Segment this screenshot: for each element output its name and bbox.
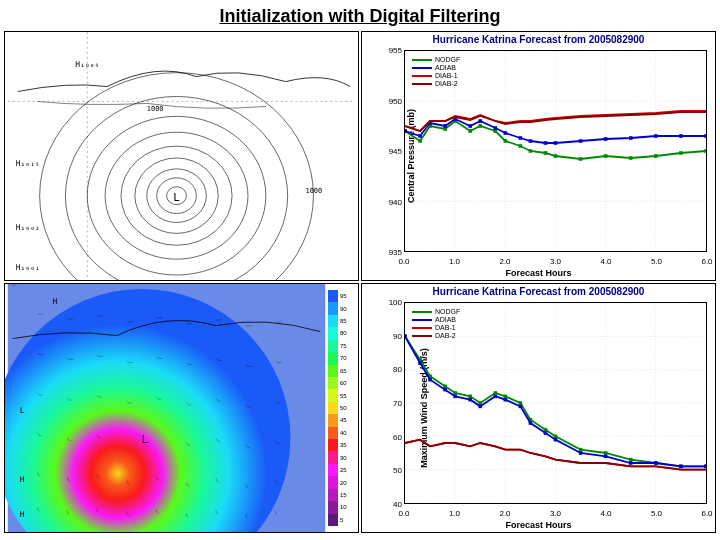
wind-map-panel: L L H H H 959085807570656055504540353025…	[4, 283, 359, 533]
svg-rect-125	[679, 465, 683, 469]
svg-rect-59	[529, 139, 533, 143]
svg-rect-60	[544, 141, 548, 145]
svg-rect-95	[478, 401, 482, 405]
svg-rect-47	[679, 151, 683, 155]
svg-rect-39	[519, 144, 523, 148]
svg-rect-49	[405, 129, 407, 133]
central-pressure-chart: Hurricane Katrina Forecast from 20050829…	[361, 31, 716, 281]
svg-text:H: H	[20, 475, 25, 484]
svg-rect-35	[468, 129, 472, 133]
svg-rect-123	[629, 461, 633, 465]
svg-rect-45	[629, 156, 633, 160]
svg-rect-48	[704, 149, 706, 153]
svg-rect-112	[453, 395, 457, 399]
svg-rect-58	[519, 136, 523, 140]
svg-rect-64	[629, 136, 633, 140]
max-wind-chart: Hurricane Katrina Forecast from 20050829…	[361, 283, 716, 533]
legend-pressure: NODGFADIABDIAB-1DIAB-2	[410, 54, 462, 90]
svg-rect-36	[478, 124, 482, 128]
xlabel-wind: Forecast Hours	[505, 520, 571, 530]
svg-text:1000: 1000	[306, 187, 323, 195]
svg-text:H₁₀₀₁: H₁₀₀₁	[16, 263, 40, 272]
svg-text:H: H	[20, 510, 25, 519]
svg-rect-94	[468, 395, 472, 399]
svg-rect-66	[679, 134, 683, 138]
pressure-contour-panel: L H₁₀₀₁ H₁₀₁₅ H₁₀₀₂ H₁₀₀₅ 1000 1000	[4, 31, 359, 281]
chart-title-wind: Hurricane Katrina Forecast from 20050829…	[362, 286, 715, 297]
svg-rect-100	[544, 428, 548, 432]
svg-rect-98	[519, 401, 523, 405]
svg-rect-103	[604, 451, 608, 455]
svg-rect-120	[554, 438, 558, 442]
svg-text:H: H	[52, 297, 57, 306]
svg-rect-124	[654, 461, 658, 465]
svg-rect-101	[554, 435, 558, 439]
page-title: Initialization with Digital Filtering	[0, 0, 720, 31]
svg-rect-111	[443, 388, 447, 392]
svg-rect-119	[544, 431, 548, 435]
svg-rect-122	[604, 455, 608, 459]
svg-rect-55	[478, 119, 482, 123]
svg-rect-126	[704, 465, 706, 469]
svg-rect-38	[504, 139, 508, 143]
svg-rect-97	[504, 395, 508, 399]
svg-rect-115	[493, 395, 497, 399]
svg-rect-56	[493, 126, 497, 130]
colorbar: 9590858075706560555045403530252015105	[328, 290, 356, 526]
svg-rect-117	[519, 405, 523, 409]
svg-rect-102	[579, 448, 583, 452]
legend-wind: NODGFADIABDAB-1DAB-2	[410, 306, 462, 342]
svg-text:H₁₀₀₅: H₁₀₀₅	[75, 60, 99, 69]
svg-rect-57	[504, 131, 508, 135]
svg-text:H₁₀₀₂: H₁₀₀₂	[16, 223, 40, 232]
svg-point-8	[40, 73, 314, 280]
svg-rect-96	[493, 391, 497, 395]
svg-rect-50	[418, 134, 422, 138]
svg-text:H₁₀₁₅: H₁₀₁₅	[16, 159, 40, 168]
svg-rect-40	[529, 149, 533, 153]
svg-rect-121	[579, 451, 583, 455]
panel-grid: L H₁₀₀₁ H₁₀₁₅ H₁₀₀₂ H₁₀₀₅ 1000 1000 Hurr…	[0, 31, 720, 537]
svg-rect-113	[468, 398, 472, 402]
svg-rect-114	[478, 405, 482, 409]
svg-rect-65	[654, 134, 658, 138]
svg-rect-46	[654, 154, 658, 158]
chart-title-pressure: Hurricane Katrina Forecast from 20050829…	[362, 34, 715, 45]
svg-rect-42	[554, 154, 558, 158]
svg-text:L: L	[142, 434, 148, 445]
svg-text:L: L	[20, 406, 25, 415]
svg-rect-104	[629, 458, 633, 462]
svg-text:L: L	[173, 191, 180, 204]
svg-rect-110	[428, 378, 432, 382]
svg-rect-61	[554, 141, 558, 145]
svg-rect-62	[579, 139, 583, 143]
svg-rect-108	[405, 335, 407, 339]
xlabel-pressure: Forecast Hours	[505, 268, 571, 278]
svg-rect-31	[418, 139, 422, 143]
svg-rect-54	[468, 124, 472, 128]
svg-rect-92	[443, 385, 447, 389]
svg-rect-52	[443, 124, 447, 128]
svg-rect-118	[529, 421, 533, 425]
svg-rect-116	[504, 398, 508, 402]
svg-rect-63	[604, 137, 608, 141]
svg-rect-93	[453, 391, 457, 395]
svg-rect-41	[544, 151, 548, 155]
svg-rect-43	[579, 157, 583, 161]
svg-rect-67	[704, 134, 706, 138]
svg-text:1000: 1000	[147, 105, 164, 113]
svg-rect-44	[604, 154, 608, 158]
svg-point-7	[65, 96, 287, 280]
svg-rect-109	[418, 361, 422, 365]
